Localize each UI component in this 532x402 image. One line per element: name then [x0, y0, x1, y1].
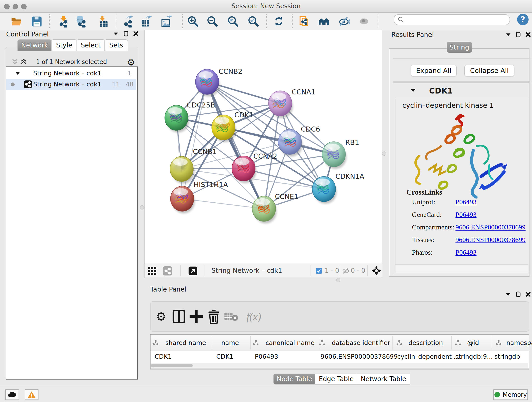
tab-network[interactable]: Network — [17, 39, 52, 51]
export-image-icon[interactable] — [160, 15, 173, 28]
table-cell[interactable]: cyclin–dependent ... — [397, 351, 460, 362]
toolbar-separator — [378, 14, 378, 28]
import-network-database-icon[interactable] — [75, 15, 89, 28]
collapse-results-icon[interactable] — [505, 33, 511, 36]
show-hidden-icon[interactable] — [358, 15, 371, 28]
table-cell[interactable]: 9606.ENSP00000378699 — [321, 351, 398, 362]
column-divider[interactable] — [492, 336, 492, 350]
float-table-icon[interactable] — [516, 292, 520, 297]
memory-button[interactable]: Memory — [493, 389, 528, 400]
right-splitter-handle[interactable] — [382, 152, 386, 156]
collapse-table-icon[interactable] — [505, 293, 511, 296]
results-scrollbar[interactable] — [395, 265, 528, 273]
zoom-selected-icon[interactable] — [247, 15, 260, 28]
help-button[interactable]: ? — [517, 14, 529, 25]
tab-style[interactable]: Style — [51, 39, 77, 51]
export-table-icon[interactable] — [140, 15, 153, 28]
import-network-icon[interactable] — [57, 15, 70, 28]
column-header-description[interactable]: description — [409, 335, 443, 351]
column-divider[interactable] — [393, 336, 393, 350]
double-house-icon[interactable] — [317, 15, 331, 28]
network-node-HIST1H1A[interactable]: HIST1H1A — [171, 181, 228, 213]
selected-nodes-checkbox[interactable] — [316, 268, 322, 274]
save-session-icon[interactable] — [30, 15, 43, 28]
fit-selected-crosshair-icon[interactable] — [372, 266, 381, 275]
network-node-CDC6[interactable]: CDC6 — [278, 125, 320, 157]
column-header-database-identifier[interactable]: database identifier — [332, 335, 390, 351]
zoom-in-icon[interactable] — [186, 15, 200, 28]
column-divider[interactable] — [250, 336, 251, 350]
table-cell[interactable]: CDK1 — [155, 351, 172, 362]
crosslink-link[interactable]: P06493 — [456, 211, 476, 218]
column-header-name[interactable]: name — [221, 335, 239, 351]
export-network-icon[interactable] — [122, 15, 135, 28]
import-table-icon[interactable] — [96, 15, 109, 28]
column-header-canonical-name[interactable]: canonical name — [266, 335, 315, 351]
birds-eye-view-icon[interactable] — [148, 267, 157, 275]
search-input[interactable] — [406, 16, 505, 24]
first-neighbors-icon[interactable] — [298, 15, 311, 28]
show-columns-icon[interactable] — [172, 309, 186, 324]
tab-string[interactable]: String — [447, 42, 472, 53]
add-column-icon[interactable] — [189, 309, 204, 324]
close-results-icon[interactable] — [526, 32, 531, 37]
tab-node-table[interactable]: Node Table — [273, 374, 316, 385]
delete-column-trash-icon[interactable] — [206, 309, 221, 324]
open-in-new-window-icon[interactable] — [189, 267, 197, 275]
network-node-CDK1[interactable]: CDK1 — [212, 111, 253, 142]
table-horizontal-scrollbar[interactable] — [151, 363, 528, 368]
table-scrollbar-thumb[interactable] — [151, 364, 193, 367]
network-node-CDKN1A[interactable]: CDKN1A — [312, 172, 364, 204]
network-row-selected[interactable]: String Network – cdk1 11 48 — [6, 79, 136, 90]
tab-edge-table[interactable]: Edge Table — [315, 374, 357, 385]
network-options-gear-icon[interactable]: ⚙ — [127, 57, 135, 68]
zoom-fit-icon[interactable] — [227, 15, 240, 28]
search-box[interactable] — [394, 14, 510, 25]
node-table[interactable]: shared namenamecanonical namedatabase id… — [150, 334, 529, 370]
tree-expander-icon[interactable] — [15, 71, 20, 75]
collapse-all-button[interactable]: Collapse All — [464, 65, 514, 76]
collapse-panel-icon[interactable] — [113, 32, 119, 36]
tab-network-table[interactable]: Network Table — [357, 374, 410, 385]
column-header--id[interactable]: @id — [467, 335, 479, 351]
network-node-RB1[interactable]: RB1 — [322, 138, 359, 169]
tab-sets[interactable]: Sets — [104, 39, 128, 51]
column-divider[interactable] — [212, 336, 212, 350]
float-results-icon[interactable] — [516, 32, 520, 37]
table-settings-gear-icon[interactable]: ⚙ — [154, 309, 168, 324]
expand-all-button[interactable]: Expand All — [411, 65, 457, 76]
network-node-CCNA1[interactable]: CCNA1 — [268, 88, 316, 118]
bottom-splitter-handle[interactable] — [336, 278, 340, 282]
float-panel-icon[interactable] — [124, 31, 128, 36]
crosslink-link[interactable]: 9606.ENSP00000378699 — [456, 223, 526, 231]
column-divider[interactable] — [451, 336, 452, 350]
table-cell[interactable]: P06493 — [255, 351, 278, 362]
cloud-status-button[interactable] — [5, 389, 19, 400]
entry-expander-icon[interactable] — [410, 89, 416, 92]
network-badge-icon[interactable] — [163, 266, 172, 275]
left-splitter-handle[interactable] — [140, 205, 144, 210]
network-collection-row[interactable]: String Network – cdk1 1 — [6, 68, 136, 79]
table-cell[interactable]: stringdb:9... — [455, 351, 493, 362]
table-cell[interactable]: CDK1 — [216, 351, 234, 362]
refresh-icon[interactable] — [272, 15, 286, 28]
network-view-canvas[interactable]: CCNB2 CCNA1 CDC25B CDK1 CDC6 RB1 CCNB1 — [144, 30, 382, 264]
open-session-icon[interactable] — [10, 15, 23, 28]
protein-entry-header[interactable]: CDK1 — [393, 83, 530, 99]
tab-select[interactable]: Select — [76, 39, 105, 51]
zoom-out-icon[interactable] — [206, 15, 219, 28]
warnings-button[interactable] — [25, 389, 38, 400]
crosslink-link[interactable]: P06493 — [456, 198, 476, 206]
table-cell[interactable]: stringdb — [494, 351, 520, 362]
memory-label: Memory — [503, 391, 527, 398]
network-column-icon — [496, 340, 501, 346]
network-node-CCNE1[interactable]: CCNE1 — [252, 192, 298, 223]
crosslink-link[interactable]: 9606.ENSP00000378699 — [456, 236, 526, 244]
cloud-icon — [8, 392, 17, 398]
close-panel-icon[interactable] — [133, 31, 138, 36]
column-header-shared-name[interactable]: shared name — [165, 335, 206, 351]
close-table-icon[interactable] — [526, 292, 531, 297]
column-header-namespace[interactable]: namespace — [506, 335, 532, 351]
hide-selected-icon[interactable] — [337, 15, 351, 28]
crosslink-link[interactable]: P06493 — [456, 249, 476, 256]
